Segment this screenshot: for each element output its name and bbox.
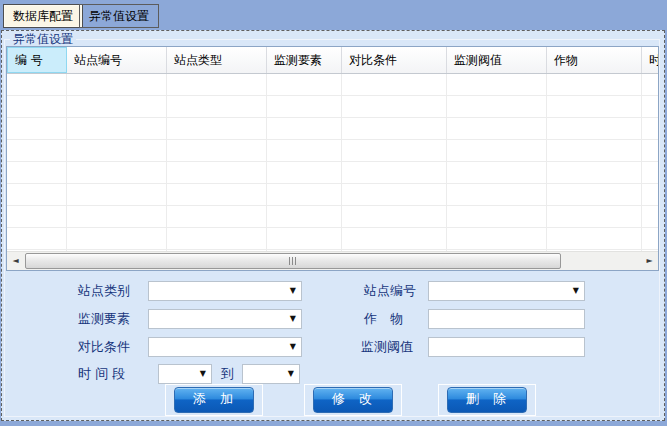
dropdown-arrow-icon: ▼ <box>200 369 206 379</box>
grid-column-separator <box>341 74 342 252</box>
time-range-to-label: 到 <box>221 364 234 384</box>
monitor-element-select[interactable]: ▼ <box>148 309 302 329</box>
dropdown-arrow-icon: ▼ <box>290 342 296 352</box>
add-button[interactable]: 添 加 <box>174 387 254 413</box>
station-code-label: 站点编号 <box>364 281 416 301</box>
crop-input[interactable] <box>429 310 584 328</box>
monitor-element-label: 监测要素 <box>78 309 130 329</box>
scrollbar-thumb[interactable] <box>25 253 561 269</box>
horizontal-scrollbar[interactable]: ◄ ► <box>7 251 658 270</box>
grid-column-separator <box>66 74 67 252</box>
modify-button[interactable]: 修 改 <box>313 387 393 413</box>
grid-header-row: 编 号站点编号站点类型监测要素对比条件监测阀值作物时间段 <box>7 47 658 74</box>
dropdown-arrow-icon: ▼ <box>288 369 294 379</box>
threshold-label: 监测阈值 <box>361 337 413 357</box>
tab-abnormal-value-settings[interactable]: 异常值设置 <box>79 4 159 28</box>
grid-column-header[interactable]: 作物 <box>547 47 642 73</box>
crop-field-wrap <box>428 309 585 329</box>
tab-database-config[interactable]: 数据库配置 <box>3 4 83 28</box>
station-category-label: 站点类别 <box>78 281 130 301</box>
threshold-input[interactable] <box>429 338 584 356</box>
time-range-label: 时 间 段 <box>78 364 125 384</box>
grid-column-separator <box>641 74 642 252</box>
grid-column-header[interactable]: 监测阀值 <box>447 47 547 73</box>
grid-column-header[interactable]: 时间段 <box>642 47 659 73</box>
abnormal-value-settings-window: 数据库配置 异常值设置 异常值设置 编 号站点编号站点类型监测要素对比条件监测阀… <box>0 0 667 426</box>
grid-column-separator <box>266 74 267 252</box>
dropdown-arrow-icon: ▼ <box>573 286 579 296</box>
station-code-select[interactable]: ▼ <box>428 281 585 301</box>
station-category-select[interactable]: ▼ <box>148 281 302 301</box>
compare-condition-label: 对比条件 <box>78 337 130 357</box>
grid-column-header[interactable]: 对比条件 <box>342 47 447 73</box>
scroll-left-button[interactable]: ◄ <box>7 252 24 269</box>
grid-column-separator <box>166 74 167 252</box>
grid-column-separator <box>446 74 447 252</box>
grid-column-header[interactable]: 编 号 <box>7 47 67 73</box>
grid-column-header[interactable]: 监测要素 <box>267 47 342 73</box>
scrollbar-grip-icon <box>289 257 290 265</box>
abnormal-values-grid[interactable]: 编 号站点编号站点类型监测要素对比条件监测阀值作物时间段 ◄ ► <box>6 46 659 271</box>
time-range-to-select[interactable]: ▼ <box>242 364 300 384</box>
compare-condition-select[interactable]: ▼ <box>148 337 302 357</box>
crop-label: 作 物 <box>364 309 403 329</box>
delete-button[interactable]: 删 除 <box>447 387 527 413</box>
grid-column-header[interactable]: 站点类型 <box>167 47 267 73</box>
groupbox-title: 异常值设置 <box>10 32 76 47</box>
threshold-field-wrap <box>428 337 585 357</box>
time-range-from-select[interactable]: ▼ <box>158 364 212 384</box>
grid-column-header[interactable]: 站点编号 <box>67 47 167 73</box>
grid-column-separator <box>546 74 547 252</box>
dropdown-arrow-icon: ▼ <box>290 286 296 296</box>
dropdown-arrow-icon: ▼ <box>290 314 296 324</box>
scroll-right-button[interactable]: ► <box>641 252 658 269</box>
grid-body[interactable] <box>7 74 658 252</box>
